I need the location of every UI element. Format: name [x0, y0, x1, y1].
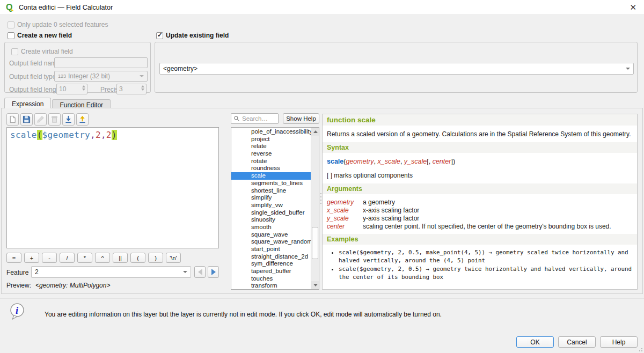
function-list-container: pole_of_inaccessibilityprojectrelatereve…: [231, 127, 319, 290]
output-field-length-spinner[interactable]: 10: [56, 84, 87, 94]
resize-grip[interactable]: [637, 346, 642, 351]
syntax-part: y_scale: [404, 158, 427, 165]
function-list-item[interactable]: straight_distance_2d: [231, 253, 311, 261]
output-field-name-label: Output field name: [9, 60, 60, 67]
operator-button[interactable]: /: [60, 253, 75, 263]
operator-button[interactable]: ||: [113, 253, 128, 263]
expression-editor[interactable]: scale($geometry,2,2): [6, 127, 219, 248]
function-list-item[interactable]: scale: [231, 172, 311, 180]
function-list-item[interactable]: sym_difference: [231, 260, 311, 268]
output-field-length-label: Output field length: [9, 86, 61, 93]
create-virtual-field-checkbox-box[interactable]: [11, 48, 18, 55]
expression-token: ): [112, 130, 117, 140]
spinner-arrows-icon[interactable]: [82, 85, 85, 91]
example-item: scale($geometry, 2, 0.5, make_point(4, 5…: [339, 249, 637, 265]
output-field-name-input[interactable]: [54, 57, 148, 68]
function-list-item[interactable]: simplify: [231, 194, 311, 202]
existing-field-combo[interactable]: <geometry>: [159, 63, 634, 75]
help-button[interactable]: Help: [600, 336, 638, 348]
update-existing-field-label: Update existing field: [166, 32, 229, 39]
function-list-item[interactable]: pole_of_inaccessibility: [231, 128, 311, 136]
output-field-type-value: Integer (32 bit): [68, 72, 110, 80]
scroll-down-icon[interactable]: [311, 281, 319, 289]
function-list-item[interactable]: shortest_line: [231, 187, 311, 195]
operator-buttons: =+-/*^||()'\n': [6, 253, 181, 263]
only-update-checkbox-box[interactable]: [8, 21, 14, 28]
syntax-part: center: [433, 158, 451, 165]
help-label: Help: [612, 339, 626, 346]
function-list-item[interactable]: sinuosity: [231, 216, 311, 224]
create-virtual-field-checkbox[interactable]: Create virtual field: [11, 48, 73, 55]
function-list-item[interactable]: relate: [231, 143, 311, 150]
show-help-label: Show Help: [286, 115, 316, 122]
close-icon[interactable]: ✕: [630, 3, 636, 12]
precision-spinner[interactable]: 3: [116, 84, 147, 94]
syntax-part: ]): [451, 158, 455, 165]
function-list-item[interactable]: roundness: [231, 165, 311, 172]
function-list-scrollbar[interactable]: [311, 128, 319, 289]
function-list-item[interactable]: smooth: [231, 224, 311, 231]
operator-button[interactable]: (: [130, 253, 145, 263]
update-existing-field-checkbox-box[interactable]: [156, 32, 163, 39]
tab-expression[interactable]: Expression: [4, 98, 51, 108]
expression-token: ,: [101, 130, 106, 140]
output-field-type-combo[interactable]: 123 Integer (32 bit): [54, 71, 148, 82]
function-list-item[interactable]: reverse: [231, 150, 311, 158]
export-expression-icon[interactable]: [76, 113, 89, 126]
function-list-item[interactable]: segments_to_lines: [231, 180, 311, 187]
tab-function-editor[interactable]: Function Editor: [52, 99, 111, 108]
operator-button[interactable]: *: [77, 253, 92, 263]
update-existing-field-checkbox[interactable]: Update existing field: [156, 32, 229, 39]
search-input[interactable]: [242, 115, 273, 122]
scrollbar-thumb[interactable]: [312, 227, 318, 259]
function-list-item[interactable]: project: [231, 136, 311, 143]
new-expression-icon[interactable]: [6, 113, 19, 126]
chevron-down-icon: [183, 271, 187, 273]
feature-label: Feature: [6, 269, 28, 276]
expression-code[interactable]: scale($geometry,2,2): [10, 130, 215, 140]
feature-combo[interactable]: 2: [31, 266, 191, 278]
previous-arrow-icon: [198, 269, 202, 275]
spinner-arrows-icon[interactable]: [141, 85, 144, 91]
preview-label: Preview:: [6, 282, 31, 289]
arguments-table: geometrya geometryx_scalex-axis scaling …: [327, 198, 611, 231]
function-list-item[interactable]: transform: [231, 282, 311, 290]
cancel-button[interactable]: Cancel: [558, 336, 596, 348]
info-icon: i: [9, 302, 27, 323]
function-list-item[interactable]: rotate: [231, 158, 311, 165]
expression-token: ,: [90, 130, 96, 140]
function-list-item[interactable]: start_point: [231, 246, 311, 253]
arguments-heading: Arguments: [323, 183, 637, 194]
save-expression-icon[interactable]: [20, 113, 33, 126]
new-field-group: Create virtual field Output field name O…: [4, 42, 151, 93]
operator-button[interactable]: +: [24, 253, 39, 263]
function-list-item[interactable]: square_wave: [231, 231, 311, 239]
function-list-item[interactable]: single_sided_buffer: [231, 209, 311, 217]
precision-value: 3: [119, 85, 123, 93]
create-new-field-checkbox-box[interactable]: [8, 32, 14, 39]
preview-row: Preview: <geometry: MultiPolygon>: [6, 282, 110, 289]
only-update-checkbox[interactable]: Only update 0 selected features: [8, 21, 108, 28]
syntax-part: x_scale: [378, 158, 400, 165]
create-new-field-checkbox[interactable]: Create a new field: [8, 32, 72, 39]
search-box[interactable]: [231, 113, 279, 124]
scroll-up-icon[interactable]: [311, 128, 319, 136]
operator-button[interactable]: ^: [95, 253, 110, 263]
function-list-item[interactable]: tapered_buffer: [231, 268, 311, 275]
operator-button[interactable]: '\n': [166, 253, 181, 263]
expression-token: scale: [10, 130, 37, 140]
next-feature-button[interactable]: [208, 266, 219, 278]
function-list-item[interactable]: simplify_vw: [231, 202, 311, 209]
operator-button[interactable]: -: [42, 253, 57, 263]
help-description: Returns a scaled version of a geometry. …: [323, 126, 637, 142]
function-help-panel: function scale Returns a scaled version …: [322, 114, 638, 290]
ok-button[interactable]: OK: [516, 336, 554, 348]
operator-button[interactable]: ): [148, 253, 163, 263]
function-list-item[interactable]: touches: [231, 275, 311, 283]
import-expression-icon[interactable]: [62, 113, 75, 126]
function-list-item[interactable]: square_wave_random...: [231, 238, 311, 246]
cancel-label: Cancel: [567, 339, 587, 346]
create-new-field-label: Create a new field: [17, 32, 72, 39]
show-help-button[interactable]: Show Help: [283, 113, 319, 124]
operator-button[interactable]: =: [6, 253, 21, 263]
